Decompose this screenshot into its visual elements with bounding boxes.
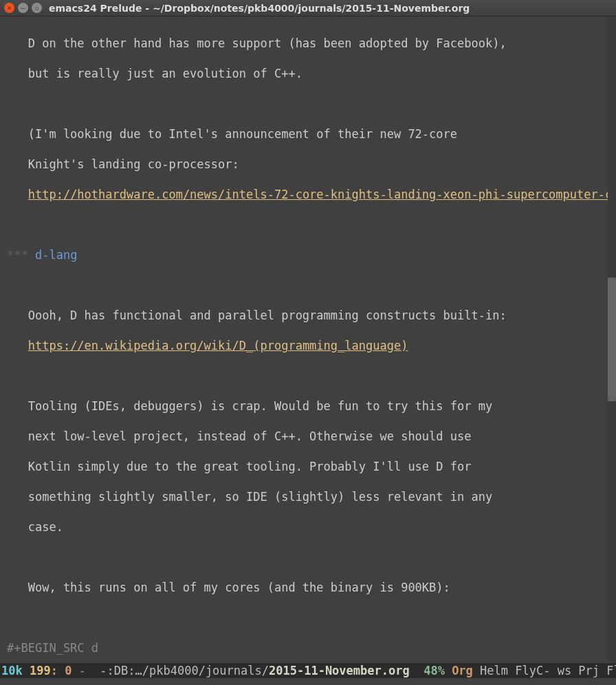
minimize-icon[interactable]: ‒ (18, 3, 28, 13)
modeline-minor-modes: Helm FlyC- ws Prj Fly (473, 663, 616, 678)
close-icon[interactable]: × (4, 3, 14, 13)
maximize-icon[interactable]: ▫ (32, 3, 42, 13)
text-line: case. (7, 519, 616, 535)
text-line: https://en.wikipedia.org/wiki/D_(program… (7, 338, 616, 353)
blank-line (7, 550, 616, 565)
text-line: Kotlin simply due to the great tooling. … (7, 459, 616, 474)
mode-line[interactable]: 10k 199: 0 - -:DB:…/pkb4000/journals/201… (0, 663, 616, 678)
blank-line (7, 96, 616, 111)
text-line: http://hothardware.com/news/intels-72-co… (7, 187, 616, 202)
text-line: next low-level project, instead of C++. … (7, 429, 616, 444)
minibuffer[interactable] (0, 678, 616, 685)
modeline-flags: -:DB: (93, 663, 135, 678)
text-line: (I'm looking due to Intel's announcement… (7, 126, 616, 142)
text-line: Knight's landing co-processor: (7, 157, 616, 172)
modeline-major-mode: Org (452, 663, 473, 678)
text-line: but is really just an evolution of C++. (7, 66, 616, 81)
window-title: emacs24 Prelude - ~/Dropbox/notes/pkb400… (49, 1, 470, 16)
window-buttons: × ‒ ▫ (4, 3, 42, 13)
blank-line (7, 217, 616, 232)
title-bar: × ‒ ▫ emacs24 Prelude - ~/Dropbox/notes/… (0, 0, 616, 16)
modeline-size: 10k (1, 663, 23, 678)
blank-line (7, 610, 616, 625)
modeline-filename: 2015-11-November.org (269, 663, 410, 678)
scrollbar[interactable] (608, 16, 616, 662)
editor-buffer[interactable]: D on the other hand has more support (ha… (0, 16, 616, 662)
org-heading: *** d-lang (7, 247, 616, 262)
blank-line (7, 368, 616, 383)
link[interactable]: https://en.wikipedia.org/wiki/D_(program… (28, 339, 408, 352)
modeline-col: : 0 (51, 663, 72, 678)
src-block-begin: #+BEGIN_SRC d (7, 640, 616, 655)
text-line: Wow, this runs on all of my cores (and t… (7, 580, 616, 595)
text-line: Tooling (IDEs, debuggers) is crap. Would… (7, 398, 616, 414)
modeline-path: …/pkb4000/journals/ (135, 663, 269, 678)
modeline-line: 199 (23, 663, 51, 678)
link[interactable]: http://hothardware.com/news/intels-72-co… (28, 188, 616, 201)
text-line: D on the other hand has more support (ha… (7, 36, 616, 51)
blank-line (7, 278, 616, 293)
heading-title: d-lang (35, 248, 77, 262)
heading-stars: *** (7, 248, 35, 262)
text-line: Oooh, D has functional and parallel prog… (7, 308, 616, 323)
text-line: something slightly smaller, so IDE (slig… (7, 489, 616, 504)
modeline-percent: 48% (410, 663, 452, 678)
scrollbar-thumb[interactable] (608, 278, 616, 401)
